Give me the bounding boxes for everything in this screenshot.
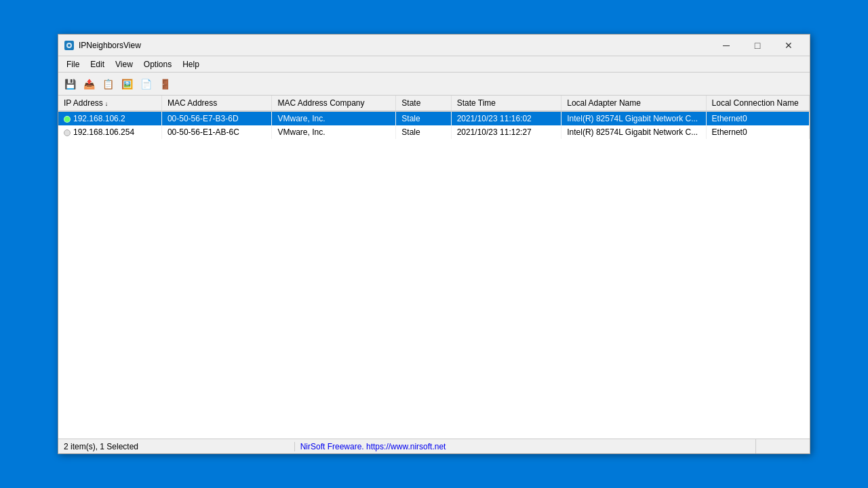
close-button[interactable]: ✕ [773, 35, 804, 56]
column-header-mac_company[interactable]: MAC Address Company [272, 96, 396, 111]
cell-ip_address-1: 192.168.106.254 [58, 125, 161, 139]
status-dot-1 [64, 129, 71, 136]
cell-local_adapter-0: Intel(R) 82574L Gigabit Network C... [561, 111, 706, 125]
status-right [755, 439, 810, 453]
menu-item-options[interactable]: Options [138, 58, 177, 70]
column-header-local_adapter[interactable]: Local Adapter Name [561, 96, 706, 111]
svg-point-2 [68, 44, 71, 47]
neighbors-table: IP Address↓MAC AddressMAC Address Compan… [58, 96, 810, 139]
cell-state_time-0: 2021/10/23 11:16:02 [451, 111, 561, 125]
toolbar: 💾📤📋🖼️📄🚪 [58, 73, 810, 96]
cell-state-1: Stale [396, 125, 451, 139]
status-bar: 2 item(s), 1 Selected NirSoft Freeware. … [58, 439, 810, 453]
cell-mac_company-0: VMware, Inc. [272, 111, 396, 125]
column-header-ip_address[interactable]: IP Address↓ [58, 96, 161, 111]
app-icon [64, 40, 75, 51]
cell-mac_company-1: VMware, Inc. [272, 125, 396, 139]
menu-item-file[interactable]: File [61, 58, 85, 70]
save-button[interactable]: 💾 [61, 75, 79, 93]
html-report-button[interactable]: 🖼️ [118, 75, 136, 93]
cell-local_connection-1: Ethernet0 [706, 125, 809, 139]
status-items-info: 2 item(s), 1 Selected [58, 442, 295, 451]
column-header-mac_address[interactable]: MAC Address [161, 96, 272, 111]
table-row[interactable]: 192.168.106.200-50-56-E7-B3-6DVMware, In… [58, 111, 810, 125]
cell-local_adapter-1: Intel(R) 82574L Gigabit Network C... [561, 125, 706, 139]
window-title: IPNeighborsView [79, 41, 711, 50]
report-button[interactable]: 📄 [137, 75, 155, 93]
menu-item-help[interactable]: Help [177, 58, 205, 70]
title-bar: IPNeighborsView ─ □ ✕ [58, 35, 810, 56]
table-row[interactable]: 192.168.106.25400-50-56-E1-AB-6CVMware, … [58, 125, 810, 139]
open-export-button[interactable]: 📤 [80, 75, 98, 93]
cell-state_time-1: 2021/10/23 11:12:27 [451, 125, 561, 139]
menu-bar: FileEditViewOptionsHelp [58, 56, 810, 73]
status-dot-0 [64, 116, 71, 123]
cell-ip_address-0: 192.168.106.2 [58, 111, 161, 125]
main-window: IPNeighborsView ─ □ ✕ FileEditViewOption… [58, 34, 810, 454]
menu-item-view[interactable]: View [110, 58, 138, 70]
cell-state-0: Stale [396, 111, 451, 125]
maximize-button[interactable]: □ [742, 35, 773, 56]
window-controls: ─ □ ✕ [711, 35, 804, 56]
copy-button[interactable]: 📋 [99, 75, 117, 93]
minimize-button[interactable]: ─ [711, 35, 742, 56]
cell-mac_address-0: 00-50-56-E7-B3-6D [161, 111, 272, 125]
table-header-row: IP Address↓MAC AddressMAC Address Compan… [58, 96, 810, 111]
cell-local_connection-0: Ethernet0 [706, 111, 809, 125]
menu-item-edit[interactable]: Edit [85, 58, 110, 70]
sort-indicator-ip_address: ↓ [105, 100, 108, 107]
column-header-state_time[interactable]: State Time [451, 96, 561, 111]
exit-button[interactable]: 🚪 [156, 75, 174, 93]
column-header-state[interactable]: State [396, 96, 451, 111]
column-header-local_connection[interactable]: Local Connection Name [706, 96, 809, 111]
status-link[interactable]: NirSoft Freeware. https://www.nirsoft.ne… [295, 442, 755, 451]
cell-mac_address-1: 00-50-56-E1-AB-6C [161, 125, 272, 139]
table-container[interactable]: IP Address↓MAC AddressMAC Address Compan… [58, 96, 810, 439]
